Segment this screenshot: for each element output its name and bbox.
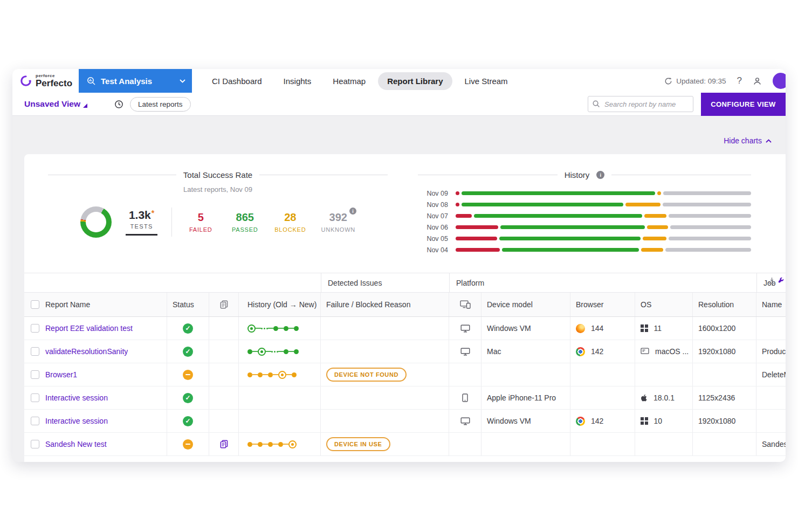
history-current-dot[interactable] bbox=[258, 348, 266, 356]
updated-status[interactable]: Updated: 09:35 bbox=[664, 77, 726, 85]
row-checkbox[interactable] bbox=[31, 347, 39, 356]
history-current-dot[interactable] bbox=[247, 324, 256, 333]
nav-item-ci-dashboard[interactable]: CI Dashboard bbox=[203, 72, 271, 90]
bar-segment-passed[interactable] bbox=[502, 248, 639, 252]
table-row[interactable]: Interactive session✓Windows VM142101920x… bbox=[24, 410, 786, 433]
history-dot[interactable] bbox=[247, 442, 252, 447]
col-os[interactable]: OS bbox=[641, 300, 651, 309]
bar-segment-passed[interactable] bbox=[462, 203, 623, 206]
history-dot[interactable] bbox=[247, 372, 252, 377]
nav-item-heatmap[interactable]: Heatmap bbox=[324, 72, 375, 90]
col-device-model[interactable]: Device model bbox=[487, 300, 533, 309]
table-row[interactable]: Browser1DEVICE NOT FOUNDDeleteM bbox=[24, 363, 786, 386]
bar-segment-unknown[interactable] bbox=[670, 225, 751, 229]
nav-item-report-library[interactable]: Report Library bbox=[378, 72, 452, 90]
info-icon[interactable]: i bbox=[349, 208, 356, 215]
table-row[interactable]: Interactive session✓Apple iPhone-11 Pro1… bbox=[24, 386, 786, 410]
bar-segment-unknown[interactable] bbox=[669, 214, 751, 218]
bar-segment-blocked[interactable] bbox=[657, 191, 661, 195]
bar-segment-unknown[interactable] bbox=[663, 203, 751, 206]
col-resolution[interactable]: Resolution bbox=[698, 300, 734, 309]
col-job-name[interactable]: Name bbox=[762, 300, 782, 309]
history-dot[interactable] bbox=[294, 326, 299, 331]
report-name-link[interactable]: Sandesh New test bbox=[45, 440, 107, 448]
device-model-value: Windows VM bbox=[487, 417, 531, 425]
user-icon[interactable] bbox=[753, 77, 762, 86]
bar-segment-passed[interactable] bbox=[500, 225, 645, 229]
search-input[interactable] bbox=[588, 96, 693, 112]
report-name-link[interactable]: Browser1 bbox=[45, 370, 77, 379]
bar-segment-failed[interactable] bbox=[456, 214, 472, 218]
history-clock-button[interactable] bbox=[114, 100, 123, 109]
history-dot[interactable] bbox=[292, 372, 297, 377]
wrench-icon[interactable] bbox=[778, 277, 786, 285]
history-dots[interactable] bbox=[247, 440, 297, 448]
bar-segment-passed[interactable] bbox=[474, 214, 642, 218]
bar-segment-blocked[interactable] bbox=[643, 237, 666, 240]
row-checkbox[interactable] bbox=[31, 440, 39, 448]
bar-segment-unknown[interactable] bbox=[663, 191, 751, 195]
group-platform: Platform bbox=[456, 279, 484, 287]
bar-segment-passed[interactable] bbox=[462, 191, 655, 195]
history-dots[interactable] bbox=[247, 348, 299, 356]
history-dots[interactable] bbox=[247, 371, 297, 379]
nav-item-insights[interactable]: Insights bbox=[274, 72, 321, 90]
history-dot[interactable] bbox=[284, 349, 288, 354]
copy-report-icon[interactable] bbox=[220, 440, 228, 448]
row-checkbox[interactable] bbox=[31, 393, 39, 402]
avatar[interactable] bbox=[773, 73, 786, 89]
hide-charts-link[interactable]: Hide charts bbox=[724, 136, 772, 145]
col-status[interactable]: Status bbox=[173, 300, 194, 309]
product-selector[interactable]: Test Analysis bbox=[79, 69, 192, 93]
history-dot[interactable] bbox=[268, 372, 273, 377]
report-name-link[interactable]: Report E2E validation test bbox=[45, 324, 133, 333]
bar-segment-failed[interactable] bbox=[456, 237, 497, 240]
bar-segment-failed[interactable] bbox=[456, 248, 500, 252]
history-dot[interactable] bbox=[258, 372, 263, 377]
select-all-checkbox[interactable] bbox=[31, 300, 39, 309]
info-icon[interactable]: i bbox=[596, 171, 604, 179]
row-checkbox[interactable] bbox=[31, 324, 39, 333]
bar-segment-failed[interactable] bbox=[456, 203, 459, 206]
row-checkbox[interactable] bbox=[31, 370, 39, 379]
history-dot[interactable] bbox=[273, 326, 278, 331]
bar-segment-blocked[interactable] bbox=[625, 203, 661, 206]
col-failure-reason[interactable]: Failure / Blocked Reason bbox=[326, 300, 410, 309]
table-row[interactable]: validateResolutionSanity✓Mac142macOS ...… bbox=[24, 340, 786, 363]
bar-segment-failed[interactable] bbox=[456, 225, 498, 229]
col-report-name[interactable]: Report Name bbox=[45, 300, 90, 309]
bar-segment-blocked[interactable] bbox=[641, 248, 663, 252]
row-checkbox[interactable] bbox=[31, 417, 39, 425]
history-dot[interactable] bbox=[258, 442, 263, 447]
view-selector[interactable]: Unsaved View bbox=[24, 99, 87, 109]
report-name-link[interactable]: Interactive session bbox=[45, 417, 108, 425]
history-row-label: Nov 08 bbox=[418, 201, 448, 209]
col-history[interactable]: History (Old → New) bbox=[247, 300, 317, 309]
history-dot[interactable] bbox=[284, 326, 288, 331]
latest-reports-button[interactable]: Latest reports bbox=[130, 97, 191, 112]
report-name-link[interactable]: Interactive session bbox=[45, 393, 108, 402]
download-icon[interactable] bbox=[768, 277, 776, 285]
table-row[interactable]: Sandesh New testDEVICE IN USESandesh bbox=[24, 433, 786, 456]
configure-view-button[interactable]: CONFIGURE VIEW bbox=[701, 93, 786, 116]
history-dot[interactable] bbox=[278, 442, 283, 447]
bar-segment-unknown[interactable] bbox=[665, 248, 751, 252]
history-dot[interactable] bbox=[294, 349, 299, 354]
bar-segment-unknown[interactable] bbox=[669, 237, 751, 240]
desktop-icon bbox=[460, 324, 470, 333]
bar-segment-blocked[interactable] bbox=[647, 225, 668, 229]
nav-item-live-stream[interactable]: Live Stream bbox=[456, 72, 517, 90]
bar-segment-failed[interactable] bbox=[456, 191, 459, 195]
job-name-value: DeleteM bbox=[762, 370, 786, 379]
bar-segment-passed[interactable] bbox=[499, 237, 641, 240]
history-dot[interactable] bbox=[268, 442, 273, 447]
table-row[interactable]: Report E2E validation test✓Windows VM144… bbox=[24, 317, 786, 340]
report-name-link[interactable]: validateResolutionSanity bbox=[45, 347, 128, 356]
bar-segment-blocked[interactable] bbox=[644, 214, 666, 218]
history-current-dot[interactable] bbox=[278, 371, 286, 379]
help-button[interactable]: ? bbox=[737, 75, 742, 86]
history-dots[interactable] bbox=[247, 324, 299, 333]
col-browser[interactable]: Browser bbox=[576, 300, 603, 309]
history-current-dot[interactable] bbox=[288, 440, 297, 448]
history-dot[interactable] bbox=[247, 349, 252, 354]
